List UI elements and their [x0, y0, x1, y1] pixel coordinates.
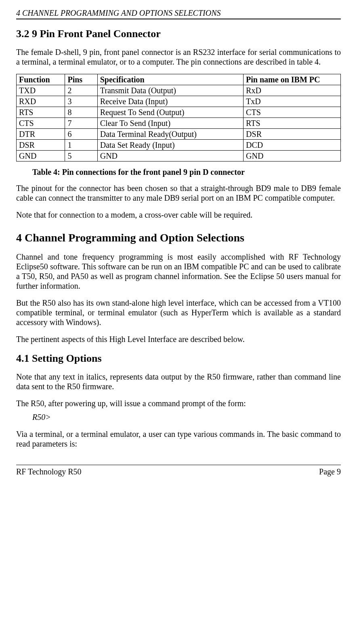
cell-func: DTR [17, 129, 65, 140]
heading-3-2: 3.2 9 Pin Front Panel Connector [16, 27, 341, 40]
table-4-caption: Table 4: Pin connections for the front p… [32, 167, 341, 177]
para-modem-note: Note that for connection to a modem, a c… [16, 210, 341, 220]
table-row: GND 5 GND GND [17, 151, 341, 162]
heading-4-1: 4.1 Setting Options [16, 352, 341, 365]
cell-func: TXD [17, 85, 65, 96]
cell-pins: 1 [65, 140, 97, 151]
command-prompt: R50> [32, 412, 341, 422]
cell-pc: TxD [244, 96, 341, 107]
table-row: DSR 1 Data Set Ready (Input) DCD [17, 140, 341, 151]
cell-pins: 6 [65, 129, 97, 140]
cell-pins: 7 [65, 118, 97, 129]
cell-pc: RTS [244, 118, 341, 129]
para-4-3: The pertinent aspects of this High Level… [16, 334, 341, 344]
para-41-2: The R50, after powering up, will issue a… [16, 399, 341, 408]
cell-pins: 3 [65, 96, 97, 107]
cell-spec: Receive Data (Input) [97, 96, 243, 107]
cell-spec: Data Set Ready (Input) [97, 140, 243, 151]
table-row: RTS 8 Request To Send (Output) CTS [17, 107, 341, 118]
cell-func: GND [17, 151, 65, 162]
cell-pins: 8 [65, 107, 97, 118]
cell-pins: 2 [65, 85, 97, 96]
cell-func: RTS [17, 107, 65, 118]
cell-pc: DCD [244, 140, 341, 151]
para-4-1: Channel and tone frequency programming i… [16, 252, 341, 291]
table-row: RXD 3 Receive Data (Input) TxD [17, 96, 341, 107]
page-footer: RF Technology R50 Page 9 [16, 465, 341, 476]
cell-func: DSR [17, 140, 65, 151]
para-41-3: Via a terminal, or a terminal emulator, … [16, 429, 341, 449]
para-3-2-intro: The female D-shell, 9 pin, front panel c… [16, 47, 341, 67]
cell-spec: Clear To Send (Input) [97, 118, 243, 129]
cell-func: RXD [17, 96, 65, 107]
table-row: DTR 6 Data Terminal Ready(Output) DSR [17, 129, 341, 140]
cell-func: CTS [17, 118, 65, 129]
table-row: TXD 2 Transmit Data (Output) RxD [17, 85, 341, 96]
cell-spec: Transmit Data (Output) [97, 85, 243, 96]
cell-pc: CTS [244, 107, 341, 118]
cell-spec: Request To Send (Output) [97, 107, 243, 118]
table-row: CTS 7 Clear To Send (Input) RTS [17, 118, 341, 129]
table-header-row: Function Pins Specification Pin name on … [17, 74, 341, 85]
cell-spec: GND [97, 151, 243, 162]
running-header: 4 CHANNEL PROGRAMMING AND OPTIONS SELECT… [16, 8, 341, 19]
th-spec: Specification [97, 74, 243, 85]
footer-right: Page 9 [319, 467, 341, 476]
cell-pc: DSR [244, 129, 341, 140]
para-41-1: Note that any text in italics, represent… [16, 372, 341, 391]
cell-pc: RxD [244, 85, 341, 96]
th-pc: Pin name on IBM PC [244, 74, 341, 85]
cell-spec: Data Terminal Ready(Output) [97, 129, 243, 140]
para-pinout: The pinout for the connector has been ch… [16, 183, 341, 203]
heading-4: 4 Channel Programming and Option Selecti… [16, 231, 341, 245]
table-4: Function Pins Specification Pin name on … [16, 74, 341, 162]
footer-left: RF Technology R50 [16, 467, 82, 476]
th-function: Function [17, 74, 65, 85]
para-4-2: But the R50 also has its own stand-alone… [16, 298, 341, 327]
th-pins: Pins [65, 74, 97, 85]
cell-pins: 5 [65, 151, 97, 162]
cell-pc: GND [244, 151, 341, 162]
